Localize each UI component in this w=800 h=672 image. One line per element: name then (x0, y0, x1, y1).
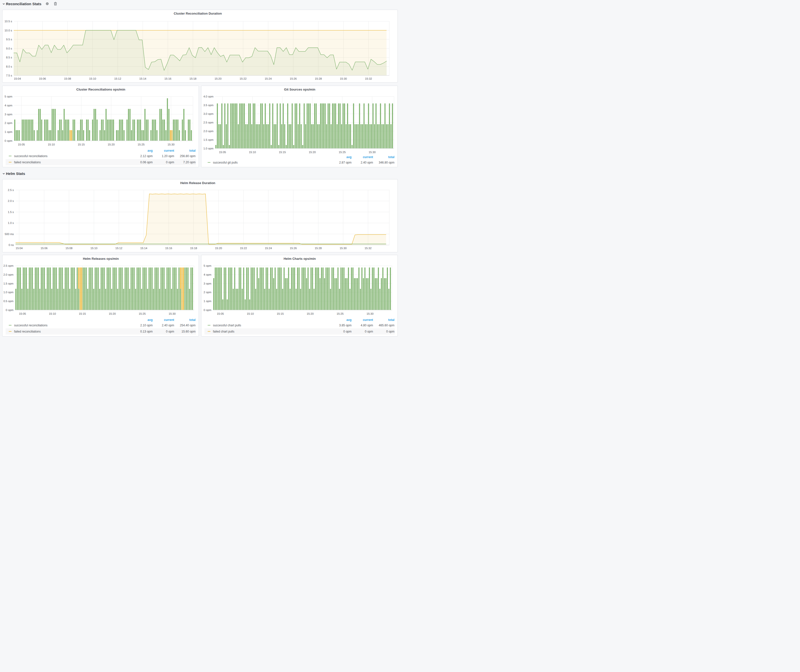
svg-text:15:26: 15:26 (290, 247, 297, 250)
svg-text:15:08: 15:08 (66, 247, 72, 250)
svg-text:1.0 opm: 1.0 opm (203, 147, 213, 150)
svg-text:2.0 opm: 2.0 opm (203, 130, 213, 133)
svg-text:Cluster Reconciliation Duratio: Cluster Reconciliation Duration (174, 12, 222, 15)
svg-text:1.5 opm: 1.5 opm (3, 282, 14, 285)
svg-text:avg: avg (147, 149, 153, 152)
svg-text:4 opm: 4 opm (5, 104, 12, 107)
svg-text:0.5 opm: 0.5 opm (3, 300, 14, 302)
svg-text:346.80 opm: 346.80 opm (379, 161, 394, 164)
svg-text:2 opm: 2 opm (5, 122, 12, 125)
svg-text:0 opm: 0 opm (365, 330, 373, 333)
svg-text:15:30: 15:30 (168, 143, 174, 146)
svg-text:15:10: 15:10 (247, 312, 254, 315)
svg-text:1.5 opm: 1.5 opm (203, 138, 213, 141)
svg-text:successful reconciliations: successful reconciliations (14, 324, 48, 327)
svg-text:3 opm: 3 opm (5, 113, 12, 116)
svg-text:1.0 opm: 1.0 opm (3, 291, 14, 294)
svg-text:5 opm: 5 opm (5, 95, 12, 98)
svg-text:15:20: 15:20 (309, 151, 316, 154)
svg-text:15:15: 15:15 (277, 312, 284, 315)
svg-text:8.5 s: 8.5 s (6, 56, 12, 59)
svg-text:Cluster Reconciliations ops/mi: Cluster Reconciliations ops/min (77, 88, 125, 91)
svg-text:15:25: 15:25 (139, 312, 146, 315)
svg-text:15:10: 15:10 (91, 247, 98, 250)
svg-text:15:25: 15:25 (337, 312, 344, 315)
svg-text:15:20: 15:20 (215, 247, 222, 250)
svg-text:15:30: 15:30 (366, 312, 374, 315)
svg-text:7.20 opm: 7.20 opm (183, 161, 195, 164)
svg-text:15:12: 15:12 (115, 247, 122, 250)
svg-text:10.0 s: 10.0 s (5, 29, 12, 32)
svg-text:current: current (164, 318, 174, 322)
svg-text:15:32: 15:32 (365, 77, 372, 80)
svg-text:15:20: 15:20 (107, 143, 115, 146)
svg-text:successful reconciliations: successful reconciliations (14, 154, 48, 158)
svg-text:0 opm: 0 opm (5, 139, 12, 142)
svg-text:15:22: 15:22 (240, 77, 246, 80)
svg-text:15:20: 15:20 (214, 77, 221, 80)
svg-text:15:25: 15:25 (339, 151, 346, 154)
svg-text:15:06: 15:06 (40, 247, 48, 250)
svg-text:15:28: 15:28 (315, 77, 322, 80)
svg-text:15:12: 15:12 (114, 77, 121, 80)
svg-text:1.20 opm: 1.20 opm (162, 154, 174, 158)
svg-text:Git Sources ops/min: Git Sources ops/min (284, 88, 315, 91)
svg-text:failed reconciliations: failed reconciliations (14, 161, 41, 164)
svg-text:15:18: 15:18 (189, 77, 197, 80)
svg-text:current: current (363, 318, 373, 322)
svg-text:15:30: 15:30 (340, 247, 347, 250)
svg-text:8.0 s: 8.0 s (6, 65, 12, 68)
svg-text:15:24: 15:24 (265, 247, 272, 250)
svg-text:0 opm: 0 opm (166, 161, 174, 164)
svg-text:current: current (164, 149, 174, 152)
svg-text:15:24: 15:24 (265, 77, 272, 80)
svg-text:15:05: 15:05 (217, 312, 224, 315)
svg-text:0 opm: 0 opm (343, 330, 352, 333)
svg-text:7.5 s: 7.5 s (6, 74, 12, 77)
svg-text:15:10: 15:10 (48, 143, 55, 146)
svg-text:avg: avg (346, 155, 352, 159)
svg-text:successful git pulls: successful git pulls (213, 161, 238, 164)
svg-text:15:05: 15:05 (18, 143, 25, 146)
svg-text:15:14: 15:14 (140, 247, 147, 250)
svg-text:5 opm: 5 opm (203, 264, 211, 267)
svg-text:15:14: 15:14 (139, 77, 146, 80)
svg-text:465.60 opm: 465.60 opm (379, 324, 394, 327)
svg-text:2.12 opm: 2.12 opm (140, 154, 153, 158)
svg-text:2.5 s: 2.5 s (8, 189, 14, 192)
svg-text:failed chart pulls: failed chart pulls (213, 330, 235, 333)
svg-text:15.60 opm: 15.60 opm (182, 330, 196, 333)
svg-text:2.40 opm: 2.40 opm (361, 161, 373, 164)
svg-text:15:10: 15:10 (49, 312, 56, 315)
svg-text:15:15: 15:15 (279, 151, 286, 154)
svg-text:10.5 s: 10.5 s (5, 20, 12, 23)
svg-text:4 opm: 4 opm (203, 273, 211, 276)
svg-text:2 opm: 2 opm (203, 291, 211, 294)
svg-text:15:16: 15:16 (164, 77, 171, 80)
svg-text:current: current (363, 155, 373, 159)
svg-text:total: total (388, 155, 394, 159)
svg-text:15:25: 15:25 (138, 143, 144, 146)
svg-text:0 opm: 0 opm (6, 309, 13, 312)
svg-text:2.10 opm: 2.10 opm (140, 324, 153, 327)
svg-text:254.40 opm: 254.40 opm (180, 324, 195, 327)
svg-text:15:22: 15:22 (240, 247, 247, 250)
svg-text:15:20: 15:20 (307, 312, 314, 315)
svg-text:15:16: 15:16 (165, 247, 172, 250)
svg-text:15:06: 15:06 (39, 77, 46, 80)
svg-text:0 opm: 0 opm (386, 330, 394, 333)
svg-text:Helm Release Duration: Helm Release Duration (180, 181, 216, 185)
svg-text:15:32: 15:32 (365, 247, 371, 250)
svg-text:15:15: 15:15 (79, 312, 86, 315)
svg-text:15:30: 15:30 (169, 312, 176, 315)
svg-text:15:26: 15:26 (290, 77, 297, 80)
svg-text:1 opm: 1 opm (5, 130, 12, 133)
svg-text:avg: avg (147, 318, 153, 322)
svg-text:2.40 opm: 2.40 opm (162, 324, 174, 327)
svg-text:3.0 opm: 3.0 opm (203, 112, 213, 115)
svg-text:0.13 opm: 0.13 opm (140, 330, 153, 333)
svg-text:4.80 opm: 4.80 opm (361, 324, 373, 327)
svg-text:15:15: 15:15 (78, 143, 85, 146)
svg-text:2.0 s: 2.0 s (8, 199, 14, 202)
svg-text:15:30: 15:30 (369, 151, 376, 154)
